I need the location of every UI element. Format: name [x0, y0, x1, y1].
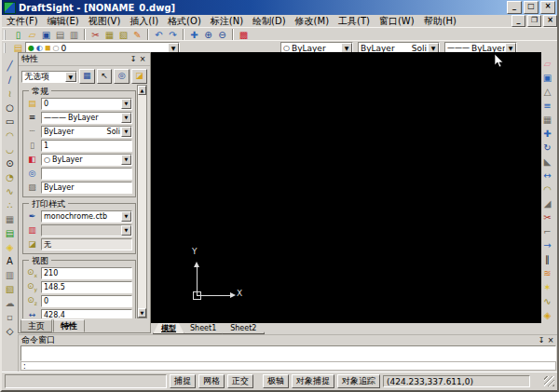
copy-icon[interactable]: ▦ [102, 29, 116, 41]
transparency-field[interactable]: ByLayer [41, 182, 132, 194]
print-style-table-field[interactable]: monochrome.ctb ▼ [41, 210, 132, 223]
view-center-x-field[interactable]: 210 [41, 267, 132, 279]
cloud-tool-icon[interactable]: ☁ [3, 297, 17, 309]
command-history[interactable] [20, 345, 556, 361]
etrack-toggle[interactable]: 对象追踪 [337, 374, 380, 388]
mirror-tool-icon[interactable]: △ [540, 86, 554, 98]
menu-draw[interactable]: 绘制(D) [248, 15, 291, 28]
circle-tool-icon[interactable]: ○ [3, 101, 17, 114]
toolbar-grip[interactable] [4, 30, 8, 40]
menu-window[interactable]: 窗口(W) [375, 15, 419, 28]
print-preview-icon[interactable]: ▥ [67, 29, 81, 41]
print-icon[interactable]: ▤ [53, 29, 67, 41]
linestyle-field[interactable]: ByLayer Soli ▼ [41, 126, 132, 138]
scroll-down-icon[interactable]: ▼ [138, 308, 146, 318]
polyline-tool-icon[interactable]: ≀ [3, 88, 17, 100]
menu-edit[interactable]: 编辑(E) [43, 15, 84, 28]
offset-tool-icon[interactable]: ≡ [540, 100, 554, 112]
pin-icon[interactable]: ↧ [537, 335, 546, 345]
pin-icon[interactable]: ↧ [129, 54, 138, 64]
tab-home[interactable]: 主页 [20, 319, 52, 332]
linescale-field[interactable]: 1 [41, 140, 132, 152]
spline-tool-icon[interactable]: ∿ [3, 185, 17, 197]
power-trim-tool-icon[interactable]: ⌐ [540, 225, 554, 237]
esnap-toggle[interactable]: 对象捕捉 [292, 374, 334, 388]
hatch-tool-icon[interactable]: ▦ [3, 213, 17, 225]
new-icon[interactable]: ▯ [11, 29, 25, 41]
command-input[interactable]: : [20, 361, 556, 371]
color-field[interactable]: ○ ByLayer ▼ [41, 154, 132, 166]
quick-select-button[interactable]: ◎ [114, 69, 130, 84]
chevron-down-icon[interactable]: ▼ [65, 72, 76, 82]
redo-icon[interactable]: ↷ [166, 29, 180, 41]
polar-toggle[interactable]: 极轴 [263, 374, 289, 388]
grid-toggle[interactable]: 网格 [198, 374, 225, 388]
undo-icon[interactable]: ↶ [152, 29, 166, 41]
copy-tool-icon[interactable]: ▣ [540, 72, 554, 84]
toolbar-grip[interactable] [4, 43, 8, 53]
pan-icon[interactable]: ✚ [187, 29, 201, 41]
tab-sheet2[interactable]: Sheet2 [222, 323, 265, 334]
text-tool-icon[interactable]: A [3, 255, 17, 267]
boundary-tool-icon[interactable]: ▫ [3, 311, 17, 323]
maximize-button[interactable]: □ [524, 1, 539, 14]
extend-tool-icon[interactable]: → [540, 239, 554, 251]
image-tool-icon[interactable]: ▧ [3, 283, 17, 295]
hyperlink-field[interactable] [41, 168, 132, 180]
point-tool-icon[interactable]: ∴ [3, 199, 17, 211]
menu-help[interactable]: 帮助(H) [419, 15, 461, 28]
layer-field[interactable]: 0 ▼ [41, 98, 132, 110]
menu-modify[interactable]: 修改(M) [291, 15, 334, 28]
zoom-in-icon[interactable]: ⊕ [201, 29, 215, 41]
menu-file[interactable]: 文件(F) [2, 15, 43, 28]
properties-scrollbar[interactable]: ▲ ▼ [137, 85, 147, 318]
chevron-down-icon[interactable]: ▼ [121, 127, 131, 137]
infinite-line-tool-icon[interactable]: ∕ [3, 74, 17, 86]
pointer-button[interactable]: ↖ [97, 69, 113, 84]
mdi-minimize-button[interactable]: _ [511, 15, 525, 27]
paste-icon[interactable]: ▧ [116, 29, 130, 41]
highlight-button[interactable]: ◪ [131, 69, 147, 84]
minimize-button[interactable]: _ [507, 1, 522, 14]
fillet-tool-icon[interactable]: ◠ [540, 183, 554, 196]
close-icon[interactable]: × [546, 335, 555, 345]
insert-block-tool-icon[interactable]: ◈ [3, 241, 17, 253]
selection-combo[interactable]: 无选项 ▼ [21, 71, 77, 83]
drawing-canvas[interactable]: Y X [151, 52, 541, 323]
weld-tool-icon[interactable]: ≋ [540, 267, 554, 279]
note-tool-icon[interactable]: ▥ [3, 269, 17, 281]
tab-properties[interactable]: 特性 [53, 319, 85, 332]
lineweight-field[interactable]: ——— ByLayer ▼ [41, 112, 132, 124]
open-icon[interactable]: ▱ [25, 29, 39, 41]
properties-painter-icon[interactable]: ▩ [237, 29, 251, 41]
region-tool-icon[interactable]: ▤ [3, 227, 17, 239]
edit-polyline-tool-icon[interactable]: ∿ [540, 295, 554, 307]
line-tool-icon[interactable]: ╱ [3, 60, 17, 72]
mdi-restore-button[interactable]: ❐ [527, 15, 541, 27]
view-center-z-field[interactable]: 0 [41, 295, 132, 307]
ellipse-tool-icon[interactable]: ⊙ [3, 157, 17, 169]
tab-model[interactable]: 模型 [153, 323, 184, 334]
rotate-tool-icon[interactable]: ↻ [540, 142, 554, 154]
snap-toggle[interactable]: 捕捉 [170, 374, 196, 388]
scroll-up-icon[interactable]: ▲ [138, 86, 146, 95]
menu-view[interactable]: 视图(V) [84, 15, 126, 28]
entity-properties-tool-icon[interactable]: ◈ [540, 309, 554, 321]
view-width-field[interactable]: 428.4 [41, 309, 132, 319]
explode-tool-icon[interactable]: ✶ [540, 281, 554, 293]
menu-tools[interactable]: 工具(T) [334, 15, 375, 28]
ortho-toggle[interactable]: 正交 [227, 374, 253, 388]
menu-dimension[interactable]: 标注(N) [206, 15, 248, 28]
chevron-down-icon[interactable]: ▼ [121, 99, 131, 109]
split-tool-icon[interactable]: ∥ [540, 253, 554, 265]
pattern-tool-icon[interactable]: ▦ [540, 114, 554, 126]
close-button[interactable]: × [540, 1, 555, 14]
ellipse-arc-tool-icon[interactable]: ◔ [3, 171, 17, 183]
menu-format[interactable]: 格式(O) [163, 15, 206, 28]
stretch-tool-icon[interactable]: ↔ [540, 169, 554, 182]
mdi-close-button[interactable]: × [543, 15, 557, 27]
chamfer-tool-icon[interactable]: ◢ [540, 197, 554, 210]
arc-tool-icon[interactable]: ◠ [3, 129, 17, 142]
view-center-y-field[interactable]: 148.5 [41, 281, 132, 293]
move-tool-icon[interactable]: ✚ [540, 128, 554, 140]
